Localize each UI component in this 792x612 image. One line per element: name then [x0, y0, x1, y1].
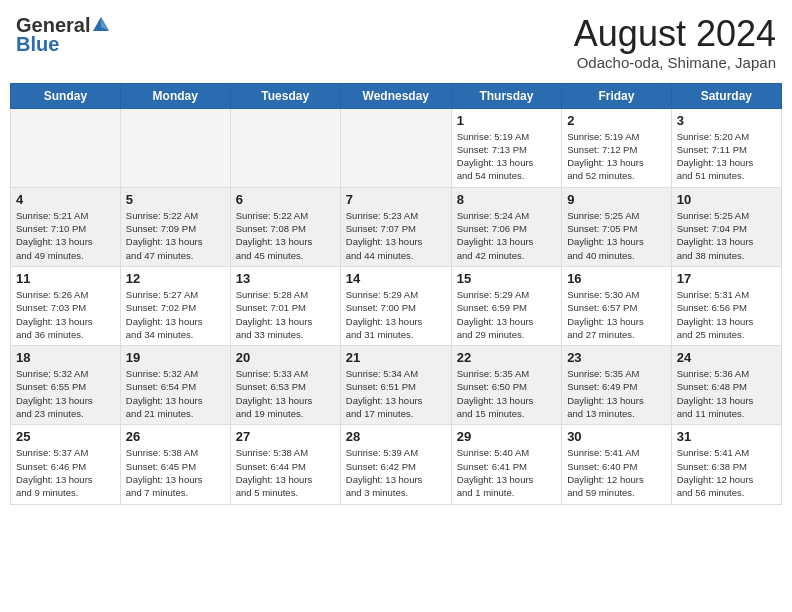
column-header-tuesday: Tuesday [230, 83, 340, 108]
day-info: Sunrise: 5:25 AMSunset: 7:04 PMDaylight:… [677, 209, 776, 262]
day-number: 14 [346, 271, 446, 286]
calendar-cell [11, 108, 121, 187]
calendar-week-row: 18Sunrise: 5:32 AMSunset: 6:55 PMDayligh… [11, 346, 782, 425]
day-number: 29 [457, 429, 556, 444]
calendar-table: SundayMondayTuesdayWednesdayThursdayFrid… [10, 83, 782, 505]
calendar-cell: 17Sunrise: 5:31 AMSunset: 6:56 PMDayligh… [671, 266, 781, 345]
day-info: Sunrise: 5:41 AMSunset: 6:40 PMDaylight:… [567, 446, 666, 499]
day-number: 20 [236, 350, 335, 365]
calendar-cell: 25Sunrise: 5:37 AMSunset: 6:46 PMDayligh… [11, 425, 121, 504]
calendar-cell: 22Sunrise: 5:35 AMSunset: 6:50 PMDayligh… [451, 346, 561, 425]
day-info: Sunrise: 5:37 AMSunset: 6:46 PMDaylight:… [16, 446, 115, 499]
calendar-cell: 20Sunrise: 5:33 AMSunset: 6:53 PMDayligh… [230, 346, 340, 425]
day-number: 18 [16, 350, 115, 365]
logo-blue-text: Blue [16, 33, 59, 56]
day-info: Sunrise: 5:39 AMSunset: 6:42 PMDaylight:… [346, 446, 446, 499]
day-info: Sunrise: 5:29 AMSunset: 7:00 PMDaylight:… [346, 288, 446, 341]
day-info: Sunrise: 5:19 AMSunset: 7:13 PMDaylight:… [457, 130, 556, 183]
day-info: Sunrise: 5:38 AMSunset: 6:44 PMDaylight:… [236, 446, 335, 499]
calendar-cell: 11Sunrise: 5:26 AMSunset: 7:03 PMDayligh… [11, 266, 121, 345]
calendar-cell: 15Sunrise: 5:29 AMSunset: 6:59 PMDayligh… [451, 266, 561, 345]
calendar-subtitle: Odacho-oda, Shimane, Japan [574, 54, 776, 71]
day-number: 1 [457, 113, 556, 128]
logo: General Blue [16, 14, 111, 56]
day-info: Sunrise: 5:23 AMSunset: 7:07 PMDaylight:… [346, 209, 446, 262]
day-number: 9 [567, 192, 666, 207]
day-info: Sunrise: 5:30 AMSunset: 6:57 PMDaylight:… [567, 288, 666, 341]
day-number: 16 [567, 271, 666, 286]
logo-icon [91, 15, 111, 35]
calendar-cell [120, 108, 230, 187]
day-number: 4 [16, 192, 115, 207]
calendar-header-row: SundayMondayTuesdayWednesdayThursdayFrid… [11, 83, 782, 108]
column-header-sunday: Sunday [11, 83, 121, 108]
calendar-cell: 2Sunrise: 5:19 AMSunset: 7:12 PMDaylight… [562, 108, 672, 187]
day-number: 24 [677, 350, 776, 365]
calendar-cell: 12Sunrise: 5:27 AMSunset: 7:02 PMDayligh… [120, 266, 230, 345]
column-header-monday: Monday [120, 83, 230, 108]
day-number: 17 [677, 271, 776, 286]
calendar-cell: 1Sunrise: 5:19 AMSunset: 7:13 PMDaylight… [451, 108, 561, 187]
day-info: Sunrise: 5:40 AMSunset: 6:41 PMDaylight:… [457, 446, 556, 499]
day-number: 27 [236, 429, 335, 444]
day-number: 8 [457, 192, 556, 207]
column-header-thursday: Thursday [451, 83, 561, 108]
calendar-title: August 2024 [574, 14, 776, 54]
day-info: Sunrise: 5:25 AMSunset: 7:05 PMDaylight:… [567, 209, 666, 262]
day-info: Sunrise: 5:22 AMSunset: 7:08 PMDaylight:… [236, 209, 335, 262]
column-header-wednesday: Wednesday [340, 83, 451, 108]
day-info: Sunrise: 5:19 AMSunset: 7:12 PMDaylight:… [567, 130, 666, 183]
calendar-week-row: 25Sunrise: 5:37 AMSunset: 6:46 PMDayligh… [11, 425, 782, 504]
calendar-cell: 27Sunrise: 5:38 AMSunset: 6:44 PMDayligh… [230, 425, 340, 504]
day-number: 28 [346, 429, 446, 444]
calendar-cell: 10Sunrise: 5:25 AMSunset: 7:04 PMDayligh… [671, 187, 781, 266]
calendar-week-row: 11Sunrise: 5:26 AMSunset: 7:03 PMDayligh… [11, 266, 782, 345]
calendar-cell: 6Sunrise: 5:22 AMSunset: 7:08 PMDaylight… [230, 187, 340, 266]
day-number: 25 [16, 429, 115, 444]
day-number: 7 [346, 192, 446, 207]
day-number: 3 [677, 113, 776, 128]
day-number: 26 [126, 429, 225, 444]
day-number: 15 [457, 271, 556, 286]
calendar-cell: 26Sunrise: 5:38 AMSunset: 6:45 PMDayligh… [120, 425, 230, 504]
day-info: Sunrise: 5:26 AMSunset: 7:03 PMDaylight:… [16, 288, 115, 341]
calendar-cell: 5Sunrise: 5:22 AMSunset: 7:09 PMDaylight… [120, 187, 230, 266]
day-number: 23 [567, 350, 666, 365]
day-info: Sunrise: 5:20 AMSunset: 7:11 PMDaylight:… [677, 130, 776, 183]
day-info: Sunrise: 5:28 AMSunset: 7:01 PMDaylight:… [236, 288, 335, 341]
calendar-cell [230, 108, 340, 187]
day-number: 2 [567, 113, 666, 128]
calendar-cell: 7Sunrise: 5:23 AMSunset: 7:07 PMDaylight… [340, 187, 451, 266]
calendar-cell: 14Sunrise: 5:29 AMSunset: 7:00 PMDayligh… [340, 266, 451, 345]
day-number: 12 [126, 271, 225, 286]
calendar-cell: 23Sunrise: 5:35 AMSunset: 6:49 PMDayligh… [562, 346, 672, 425]
day-info: Sunrise: 5:27 AMSunset: 7:02 PMDaylight:… [126, 288, 225, 341]
day-info: Sunrise: 5:35 AMSunset: 6:49 PMDaylight:… [567, 367, 666, 420]
day-info: Sunrise: 5:34 AMSunset: 6:51 PMDaylight:… [346, 367, 446, 420]
calendar-cell: 28Sunrise: 5:39 AMSunset: 6:42 PMDayligh… [340, 425, 451, 504]
day-info: Sunrise: 5:29 AMSunset: 6:59 PMDaylight:… [457, 288, 556, 341]
day-info: Sunrise: 5:22 AMSunset: 7:09 PMDaylight:… [126, 209, 225, 262]
calendar-cell: 4Sunrise: 5:21 AMSunset: 7:10 PMDaylight… [11, 187, 121, 266]
day-info: Sunrise: 5:24 AMSunset: 7:06 PMDaylight:… [457, 209, 556, 262]
day-number: 11 [16, 271, 115, 286]
calendar-cell: 3Sunrise: 5:20 AMSunset: 7:11 PMDaylight… [671, 108, 781, 187]
day-number: 31 [677, 429, 776, 444]
day-info: Sunrise: 5:32 AMSunset: 6:55 PMDaylight:… [16, 367, 115, 420]
calendar-cell: 29Sunrise: 5:40 AMSunset: 6:41 PMDayligh… [451, 425, 561, 504]
day-info: Sunrise: 5:36 AMSunset: 6:48 PMDaylight:… [677, 367, 776, 420]
column-header-friday: Friday [562, 83, 672, 108]
day-info: Sunrise: 5:35 AMSunset: 6:50 PMDaylight:… [457, 367, 556, 420]
day-number: 13 [236, 271, 335, 286]
day-info: Sunrise: 5:33 AMSunset: 6:53 PMDaylight:… [236, 367, 335, 420]
calendar-cell [340, 108, 451, 187]
title-block: August 2024 Odacho-oda, Shimane, Japan [574, 14, 776, 71]
calendar-cell: 31Sunrise: 5:41 AMSunset: 6:38 PMDayligh… [671, 425, 781, 504]
page-header: General Blue August 2024 Odacho-oda, Shi… [10, 10, 782, 75]
day-info: Sunrise: 5:41 AMSunset: 6:38 PMDaylight:… [677, 446, 776, 499]
day-number: 30 [567, 429, 666, 444]
day-info: Sunrise: 5:21 AMSunset: 7:10 PMDaylight:… [16, 209, 115, 262]
day-number: 19 [126, 350, 225, 365]
day-number: 22 [457, 350, 556, 365]
calendar-cell: 24Sunrise: 5:36 AMSunset: 6:48 PMDayligh… [671, 346, 781, 425]
